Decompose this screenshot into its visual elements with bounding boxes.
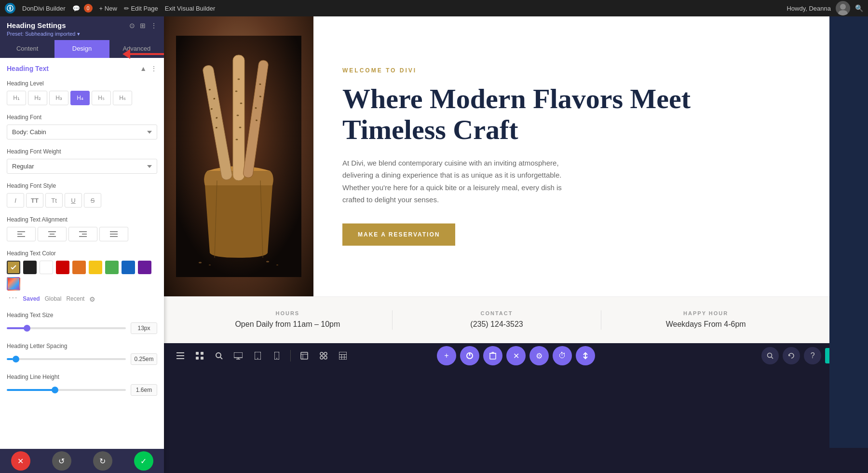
h5-button[interactable]: H₅ [92,91,111,105]
columns-icon[interactable]: ⊞ [140,22,146,29]
color-swatch-black[interactable] [23,261,37,274]
svg-point-51 [216,353,221,358]
color-swatch-rainbow[interactable] [7,277,20,291]
heading-text-size-slider[interactable] [7,327,126,329]
more-colors-button[interactable]: ··· [7,292,20,303]
admin-search-icon[interactable]: 🔍 [855,4,863,12]
h1-button[interactable]: H₁ [7,91,26,105]
color-swatch-gold[interactable] [7,261,20,274]
settings-button[interactable]: ⚙ [529,346,549,365]
tab-design[interactable]: Design [54,40,109,58]
heading-font-weight-group: Heading Font Weight Regular [7,148,157,174]
color-swatch-green[interactable] [105,261,119,274]
heading-letter-spacing-slider[interactable] [7,358,126,360]
heading-letter-spacing-group: Heading Letter Spacing 0.25em [7,343,157,365]
add-element-button[interactable]: + [437,346,456,365]
tab-content[interactable]: Content [0,40,54,58]
site-name[interactable]: DonDivi Builder [22,5,66,12]
redo-button[interactable]: ↻ [93,451,112,471]
history-button[interactable]: ⏱ [553,346,572,365]
undo-button[interactable]: ↺ [52,451,71,471]
heading-text-size-group: Heading Text Size 13px [7,312,157,334]
toolbar-table-button[interactable] [334,347,352,364]
toolbar-tablet-button[interactable] [249,347,266,364]
toolbar-menu-button[interactable] [172,347,189,364]
toolbar-mobile-button[interactable] [268,347,285,364]
align-center-button[interactable] [38,227,67,241]
exit-builder-button[interactable]: Exit Visual Builder [165,5,216,12]
color-swatch-orange[interactable] [72,261,86,274]
edit-page-button[interactable]: ✏ Edit Page [124,5,158,12]
heading-line-height-input[interactable]: 1.6em [131,384,157,396]
happy-hour-label: HAPPY HOUR [601,310,810,316]
delete-button[interactable] [483,346,502,365]
preset-dropdown[interactable]: ▾ [77,31,80,37]
contact-label: CONTACT [393,310,601,316]
svg-point-80 [768,353,772,358]
h3-button[interactable]: H₃ [49,91,68,105]
confirm-button[interactable]: ✓ [134,451,153,471]
svg-rect-45 [176,355,184,356]
toolbar-search-button[interactable] [210,347,228,364]
heading-text-size-input[interactable]: 13px [131,322,157,334]
color-tab-recent[interactable]: Recent [66,295,84,303]
more-options-icon[interactable]: ⋮ [150,22,157,29]
heading-font-weight-select[interactable]: Regular [7,159,157,174]
heading-line-height-slider[interactable] [7,389,126,391]
focus-mode-icon[interactable]: ⊙ [129,22,135,29]
toolbar-desktop-button[interactable] [230,347,247,364]
align-right-button[interactable] [68,227,97,241]
strikethrough-button[interactable]: S [84,193,101,208]
section-more-button[interactable]: ⋮ [150,65,157,72]
cta-button[interactable]: MAKE A RESERVATION [342,223,455,246]
user-avatar[interactable] [836,1,850,15]
new-button[interactable]: + New [99,5,117,12]
color-swatch-white[interactable] [40,261,53,274]
align-justify-button[interactable] [99,227,128,241]
toolbar-snap-button[interactable] [315,347,332,364]
svg-point-28 [238,79,240,80]
section-controls: ▲ ⋮ [140,65,157,72]
color-tab-saved[interactable]: Saved [23,295,40,303]
heading-font-select[interactable]: Body: Cabin [7,125,157,139]
color-settings-icon[interactable]: ⚙ [89,295,95,303]
align-left-button[interactable] [7,227,36,241]
capitalize-button[interactable]: Tt [45,193,63,208]
italic-button[interactable]: I [7,193,24,208]
cancel-button[interactable]: ✕ [11,451,30,471]
h4-button[interactable]: H₄ [70,91,90,105]
bold-button[interactable]: TT [26,193,43,208]
svg-point-31 [237,115,239,116]
close-element-button[interactable]: ✕ [506,346,526,365]
power-button[interactable] [460,346,479,365]
collapse-button[interactable]: ▲ [140,65,147,72]
underline-button[interactable]: U [65,193,82,208]
svg-point-43 [276,264,278,265]
panel-content: Heading Text ▲ ⋮ Heading Level H₁ H₂ H₃ … [0,58,164,449]
sort-button[interactable] [576,346,595,365]
zoom-search-button[interactable] [761,347,779,364]
h2-button[interactable]: H₂ [28,91,47,105]
welcome-label: WELCOME TO DIVI [342,67,800,74]
info-bar: HOURS Open Daily from 11am – 10pm CONTAC… [164,296,829,343]
panel-preset: Preset: Subheading imported ▾ [7,31,157,37]
toolbar-grid-button[interactable] [191,347,208,364]
toolbar-wire-button[interactable] [296,347,313,364]
h6-button[interactable]: H₆ [113,91,132,105]
rotate-button[interactable] [783,347,800,364]
heading-text-color-group: Heading Text Color ··· [7,250,157,303]
toolbar-center-actions: + ✕ ⚙ ⏱ [437,346,595,365]
color-swatch-red[interactable] [56,261,69,274]
panel-bottom-actions: ✕ ↺ ↻ ✓ [0,449,164,473]
wordpress-logo[interactable] [5,3,15,14]
svg-point-42 [266,261,269,263]
heading-letter-spacing-input[interactable]: 0.25em [131,353,157,365]
comment-link[interactable]: 💬 0 [72,4,93,13]
color-swatch-yellow[interactable] [89,261,102,274]
color-tab-global[interactable]: Global [45,295,62,303]
svg-point-57 [257,358,258,359]
color-swatch-blue[interactable] [122,261,135,274]
help-button[interactable]: ? [804,347,821,364]
heading-line-height-label: Heading Line Height [7,374,157,380]
color-swatch-purple[interactable] [138,261,151,274]
